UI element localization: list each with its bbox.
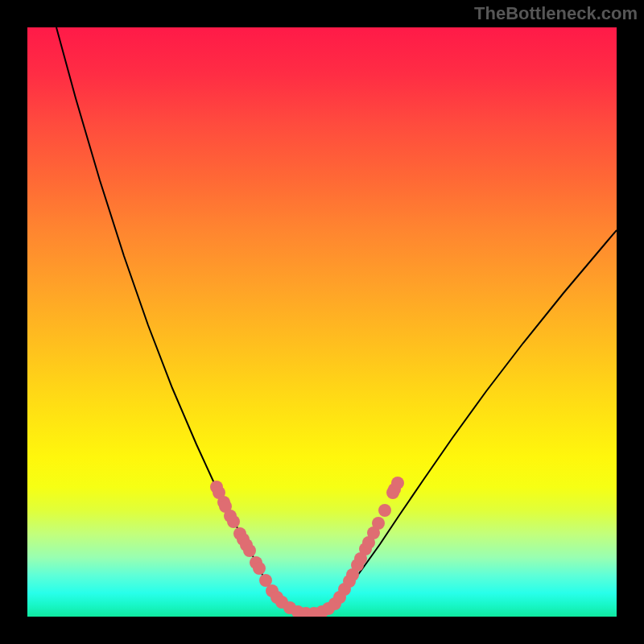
marker-cluster-right [328,477,404,610]
data-point-marker [227,515,240,528]
data-point-marker [372,517,385,530]
plot-area [27,27,617,617]
data-point-marker [253,562,266,575]
data-point-marker [243,544,256,557]
curve-right-branch [330,230,617,609]
watermark-text: TheBottleneck.com [474,3,638,24]
curve-left-branch [56,27,283,604]
data-point-marker [391,477,404,489]
chart-svg [27,27,617,617]
marker-cluster-left [210,481,335,617]
outer-frame: TheBottleneck.com [0,0,644,644]
data-point-marker [378,504,391,517]
